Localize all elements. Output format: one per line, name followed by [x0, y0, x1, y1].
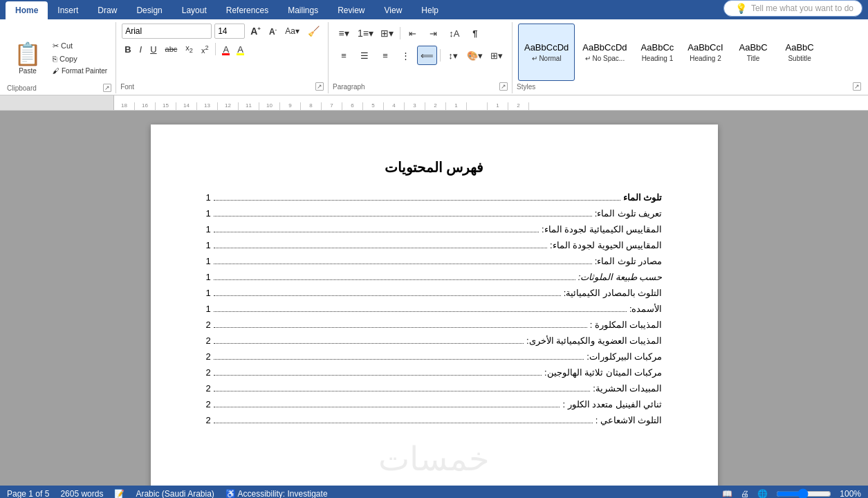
toc-entry: حسب طبيعة الملوثات: 1 — [206, 272, 663, 282]
tab-draw[interactable]: Draw — [88, 1, 127, 19]
numbered-list-icon: 1≡▾ — [358, 28, 373, 39]
styles-expand[interactable]: ↗ — [853, 82, 861, 91]
toc-dots — [214, 295, 561, 296]
tab-review[interactable]: Review — [328, 1, 374, 19]
paragraph-expand[interactable]: ↗ — [499, 82, 508, 91]
tell-me-search[interactable]: 💡 Tell me what you want to do — [723, 0, 862, 17]
view-web-button[interactable]: 🌐 — [757, 489, 768, 498]
clear-formatting-button[interactable]: 🧹 — [305, 24, 322, 39]
style-preview: AaBbC — [739, 42, 768, 53]
highlight-color-button[interactable]: A — [234, 42, 246, 57]
style-preview: AaBbCcDd — [524, 42, 569, 53]
toc-entry: المذيبات العضوية والكيميائية الأخرى: 2 — [206, 335, 663, 346]
toc-text: المذيبات العضوية والكيميائية الأخرى: — [526, 335, 662, 346]
tab-view[interactable]: View — [375, 1, 412, 19]
document-area: فهرس المحتويات تلوث الماء 1 تعريف تلوث ا… — [0, 111, 868, 486]
style-item-↵normal[interactable]: AaBbCcDd ↵ Normal — [518, 24, 575, 81]
style-label: ↵ Normal — [532, 55, 562, 62]
bold-button[interactable]: B — [122, 42, 133, 57]
italic-button[interactable]: I — [137, 42, 145, 57]
copy-button[interactable]: ⎘ Copy — [50, 53, 110, 64]
font-size-input[interactable] — [214, 24, 245, 39]
justify-button[interactable]: ⋮ — [396, 46, 416, 65]
strikethrough-button[interactable]: abc — [163, 42, 181, 57]
style-item-heading2[interactable]: AaBbCcI Heading 2 — [681, 24, 729, 81]
tab-insert[interactable]: Insert — [48, 1, 88, 19]
toc-page-number: 2 — [206, 351, 211, 362]
superscript-button[interactable]: x2 — [198, 42, 212, 57]
toc-entry: المذيبات المكلورة : 2 — [206, 320, 663, 330]
format-painter-button[interactable]: 🖌 Format Painter — [50, 66, 110, 76]
toc-dots — [214, 327, 587, 328]
font-color-button[interactable]: A — [220, 42, 232, 57]
view-read-button[interactable]: 📖 — [722, 489, 732, 498]
font-expand[interactable]: ↗ — [315, 82, 324, 91]
toc-page-number: 1 — [206, 272, 211, 282]
borders-button[interactable]: ⊞▾ — [487, 46, 506, 65]
sort-button[interactable]: ↕A — [445, 24, 464, 43]
toc-page-number: 2 — [206, 415, 211, 425]
align-left-button[interactable]: ≡ — [334, 46, 353, 65]
style-label: Heading 2 — [690, 55, 721, 62]
toc-entry: المقاييس الكيميائية لجودة الماء: 1 — [206, 224, 663, 234]
tab-references[interactable]: References — [216, 1, 278, 19]
toc-text: حسب طبيعة الملوثات: — [578, 272, 663, 282]
clipboard-section-label: Clipboard — [7, 84, 37, 92]
toc-dots — [214, 232, 539, 232]
change-case-button[interactable]: Aa▾ — [282, 24, 302, 39]
toc-entry: مركبات البيركلورات: 2 — [206, 351, 663, 362]
track-changes-icon: 📝 — [114, 489, 124, 498]
font-section-label: Font — [120, 83, 134, 91]
toc-text: مركبات الميثان ثلاثية الهالوجين: — [544, 367, 662, 378]
zoom-slider[interactable] — [776, 488, 831, 498]
decrease-indent-button[interactable]: ⇤ — [403, 24, 423, 43]
tab-help[interactable]: Help — [412, 1, 448, 19]
document-title: فهرس المحتويات — [206, 159, 663, 176]
toc-text: تلوث الماء — [623, 192, 663, 203]
subscript-button[interactable]: x2 — [183, 42, 196, 57]
toc-entry: ثنائي الفينيل متعدد الكلور : 2 — [206, 399, 663, 409]
align-center-button[interactable]: ☰ — [355, 46, 374, 65]
paste-button[interactable]: 📋 Paste — [8, 24, 47, 92]
view-print-button[interactable]: 🖨 — [741, 489, 749, 498]
show-hide-button[interactable]: ¶ — [465, 24, 485, 43]
tab-home[interactable]: Home — [6, 1, 48, 19]
numbered-list-button[interactable]: 1≡▾ — [355, 24, 376, 43]
style-item-↵nospac...[interactable]: AaBbCcDd ↵ No Spac... — [576, 24, 633, 81]
toc-dots — [214, 264, 592, 264]
document-page: فهرس المحتويات تلوث الماء 1 تعريف تلوث ا… — [151, 124, 718, 486]
toc-text: التلوث بالمصادر الكيميائية: — [564, 288, 663, 298]
line-spacing-button[interactable]: ↕▾ — [443, 46, 463, 65]
style-item-heading1[interactable]: AaBbCc Heading 1 — [635, 24, 681, 81]
style-preview: AaBbCcI — [687, 42, 723, 53]
cut-icon: ✂ — [53, 42, 59, 50]
tab-design[interactable]: Design — [127, 1, 172, 19]
paste-label: Paste — [19, 67, 37, 75]
tab-layout[interactable]: Layout — [172, 1, 216, 19]
toc-entry: التلوث بالمصادر الكيميائية: 1 — [206, 288, 663, 298]
style-preview: AaBbCc — [641, 42, 674, 53]
tab-mailings[interactable]: Mailings — [278, 1, 328, 19]
font-size-increase-button[interactable]: A+ — [248, 24, 264, 39]
align-right-button[interactable]: ≡ — [376, 46, 395, 65]
toc-dots — [214, 359, 584, 360]
style-item-title[interactable]: AaBbC Title — [731, 24, 776, 81]
bullet-list-button[interactable]: ≡▾ — [334, 24, 353, 43]
toc-dots — [214, 375, 542, 376]
underline-button[interactable]: U — [147, 42, 159, 57]
shading-button[interactable]: 🎨▾ — [464, 46, 486, 65]
lightbulb-icon: 💡 — [735, 3, 747, 14]
style-item-subtitle[interactable]: AaBbC Subtitle — [777, 24, 822, 81]
style-label: Title — [747, 55, 760, 62]
toc-entry: مصادر تلوث الماء: 1 — [206, 256, 663, 266]
cut-button[interactable]: ✂ Cut — [50, 40, 110, 52]
status-bar: Page 1 of 5 2605 words 📝 Arabic (Saudi A… — [0, 486, 868, 498]
rtl-button[interactable]: ⟸ — [417, 46, 437, 65]
multilevel-list-button[interactable]: ⊞▾ — [378, 24, 397, 43]
toc-entry: المقاييس الحيوية لجودة الماء: 1 — [206, 240, 663, 250]
page-info: Page 1 of 5 — [7, 489, 49, 498]
clipboard-expand[interactable]: ↗ — [103, 84, 111, 92]
font-size-decrease-button[interactable]: A- — [266, 24, 279, 39]
font-name-input[interactable] — [122, 24, 212, 39]
increase-indent-button[interactable]: ⇥ — [424, 24, 443, 43]
